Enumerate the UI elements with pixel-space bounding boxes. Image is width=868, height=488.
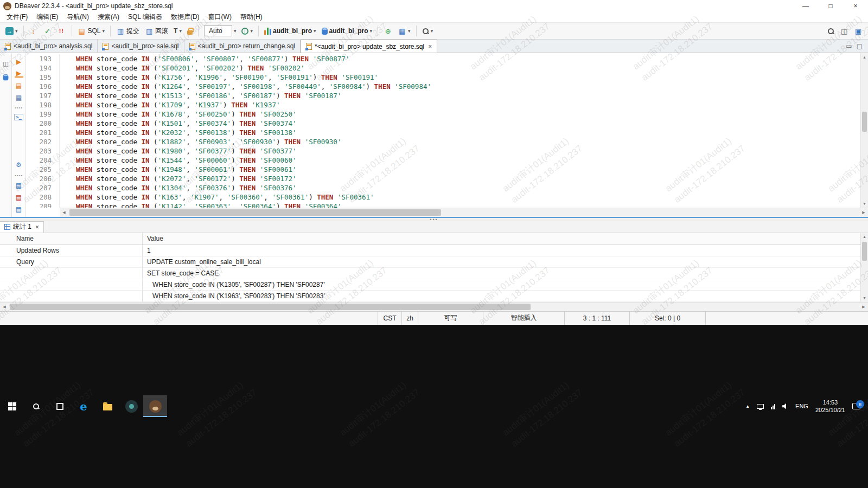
close-tab-icon[interactable]: × (34, 223, 39, 231)
start-button[interactable] (0, 395, 24, 417)
schema-selector[interactable]: audit_bi_pro▾ (320, 25, 375, 36)
scroll-left-icon[interactable]: ◀ (0, 303, 9, 311)
code-line[interactable]: 197 WHEN store_code IN ('K1513', 'SF0018… (26, 91, 860, 100)
code-line[interactable]: 196 WHEN store_code IN ('K1264', 'SF0019… (26, 82, 860, 91)
editor-tab[interactable]: <audit_bi_pro> sale.sql (98, 40, 184, 53)
log-file-icon[interactable]: ▤ (15, 206, 23, 214)
menu-item[interactable]: 帮助(H) (236, 11, 267, 23)
edge-button[interactable]: e (72, 395, 95, 417)
tray-expand-icon[interactable]: ▲ (745, 404, 750, 409)
code-line[interactable]: 207 WHEN store_code IN ('K1304', 'SF0037… (26, 183, 860, 192)
sql-dialect-selector[interactable]: ▤SQL▾ (75, 25, 107, 37)
refresh-interval-button[interactable]: ▾ (239, 26, 255, 36)
menu-item[interactable]: 数据库(D) (167, 11, 204, 23)
scroll-right-icon[interactable]: ▶ (859, 208, 868, 217)
results-v-scrollbar[interactable]: ▲ ▼ (860, 233, 868, 302)
commit-button[interactable]: ▥提交 (114, 25, 142, 37)
taskbar-clock[interactable]: 14:532025/10/21 (815, 399, 845, 414)
network-icon[interactable] (771, 403, 775, 409)
code-line[interactable]: 208 WHEN store_code IN ('K163', 'K1907',… (26, 192, 860, 202)
minimize-view-icon[interactable]: ▭ (846, 42, 852, 50)
code-line[interactable]: 209 WHEN store_code IN ('K1142', 'SF0036… (26, 202, 860, 208)
pin-editor-button[interactable]: ↓ (27, 25, 40, 37)
scroll-up-icon[interactable]: ▲ (861, 233, 868, 241)
new-sql-editor-button[interactable]: →▾ (3, 25, 20, 37)
database-navigator-icon[interactable] (3, 74, 9, 81)
execute-statement-icon[interactable]: ▶ (15, 57, 23, 66)
file-explorer-button[interactable] (95, 395, 119, 417)
result-row[interactable]: WHEN store_code IN ('K1305', 'SF00287') … (0, 279, 868, 291)
menu-item[interactable]: 文件(F) (2, 11, 32, 23)
script-icon[interactable]: ▤ (15, 81, 23, 89)
column-header-value[interactable]: Value (143, 233, 868, 245)
result-row[interactable]: WHEN store_code IN ('K1963', 'SF00283') … (0, 291, 868, 302)
scrollbar-thumb[interactable] (862, 112, 867, 132)
code-line[interactable]: 199 WHEN store_code IN ('K1678', 'SF0025… (26, 110, 860, 119)
scroll-up-icon[interactable]: ▲ (861, 53, 868, 61)
menu-item[interactable]: 搜索(A) (93, 11, 124, 23)
quick-access-search-button[interactable] (825, 26, 837, 36)
explain-plan-icon[interactable]: ▦ (15, 93, 23, 101)
code-line[interactable]: 193 WHEN store_code IN ('SF00806', 'SF00… (26, 54, 860, 63)
menu-item[interactable]: 窗口(W) (204, 11, 236, 23)
search-button[interactable]: ▾ (420, 26, 436, 36)
scroll-down-icon[interactable]: ▼ (861, 200, 868, 208)
editor-results-splitter[interactable]: ••• (0, 217, 868, 221)
code-line[interactable]: 202 WHEN store_code IN ('K1882', 'SF0090… (26, 137, 860, 146)
text-transform-button[interactable]: T▾ (171, 25, 184, 36)
scrollbar-thumb[interactable] (10, 304, 531, 310)
editor-layout-button[interactable]: ◫ (838, 25, 851, 37)
commit-mode-button[interactable]: ✓ (41, 25, 54, 37)
result-row[interactable]: Updated Rows1 (0, 245, 868, 256)
editor-h-scrollbar[interactable]: ◀ ▶ (60, 208, 868, 217)
close-tab-icon[interactable]: × (427, 43, 432, 50)
scroll-left-icon[interactable]: ◀ (60, 208, 68, 217)
close-button[interactable]: × (843, 0, 868, 12)
editor-v-scrollbar[interactable]: ▲ ▼ (860, 53, 868, 208)
dbeaver-taskbar-button[interactable] (143, 395, 167, 417)
menu-item[interactable]: 编辑(E) (32, 11, 62, 23)
code-line[interactable]: 205 WHEN store_code IN ('K1948', 'SF0006… (26, 165, 860, 174)
code-line[interactable]: 204 WHEN store_code IN ('K1544', 'SF0006… (26, 156, 860, 165)
datasource-selector[interactable]: audit_bi_pro▾ (262, 25, 318, 36)
maximize-view-icon[interactable]: ▢ (857, 42, 863, 50)
rollback-button[interactable]: ▥回滚 (143, 25, 170, 37)
column-header-name[interactable]: Name (0, 233, 143, 245)
report-file-icon[interactable]: ▤ (15, 194, 23, 202)
maximize-button[interactable]: □ (818, 0, 843, 12)
code-line[interactable]: 195 WHEN store_code IN ('K1756', 'K1996'… (26, 73, 860, 82)
globe-button[interactable]: ⊕ (381, 25, 394, 37)
export-file-icon[interactable]: ▤ (15, 182, 23, 190)
action-center-button[interactable]: 8 (852, 403, 860, 409)
volume-icon[interactable] (782, 403, 788, 409)
more-icon[interactable]: •••• (15, 173, 23, 178)
settings-icon[interactable]: ⚙ (15, 161, 23, 169)
input-language[interactable]: ENG (795, 403, 808, 409)
sql-editor[interactable]: 193 WHEN store_code IN ('SF00806', 'SF00… (26, 53, 860, 208)
monitor-tray-icon[interactable] (757, 404, 764, 409)
transaction-alert-button[interactable]: !! (55, 25, 68, 37)
code-line[interactable]: 206 WHEN store_code IN ('K2072', 'SF0017… (26, 174, 860, 183)
result-row[interactable]: QueryUPDATE custom_online_sale_bill_loca… (0, 256, 868, 268)
minimize-button[interactable]: — (793, 0, 818, 12)
scroll-right-icon[interactable]: ▶ (859, 303, 868, 311)
code-line[interactable]: 198 WHEN store_code IN ('K1709', 'K1937'… (26, 100, 860, 110)
layers-button[interactable]: ▦▾ (395, 25, 413, 37)
scrollbar-thumb[interactable] (69, 209, 441, 216)
scrollbar-thumb[interactable] (862, 242, 867, 261)
task-view-button[interactable] (48, 395, 72, 417)
lock-button[interactable] (185, 26, 195, 36)
menu-item[interactable]: 导航(N) (62, 11, 93, 23)
menu-item[interactable]: SQL 编辑器 (124, 11, 167, 23)
taskbar-search-button[interactable] (24, 395, 48, 417)
restore-panel-icon[interactable]: ◫ (2, 60, 10, 67)
tab-statistics[interactable]: 统计 1 × (0, 221, 44, 233)
perspective-button[interactable]: ▣ (852, 25, 865, 37)
editor-tab[interactable]: <audit_bi_pro> return_change.sql (184, 40, 301, 53)
pinned-app-button[interactable] (119, 395, 143, 417)
open-console-icon[interactable]: >_ (14, 114, 23, 120)
execute-script-icon[interactable]: ▶ (15, 69, 23, 78)
result-row[interactable]: SET store_code = CASE (0, 268, 868, 279)
code-line[interactable]: 201 WHEN store_code IN ('K2032', 'SF0013… (26, 128, 860, 137)
code-line[interactable]: 200 WHEN store_code IN ('K1501', 'SF0037… (26, 119, 860, 128)
